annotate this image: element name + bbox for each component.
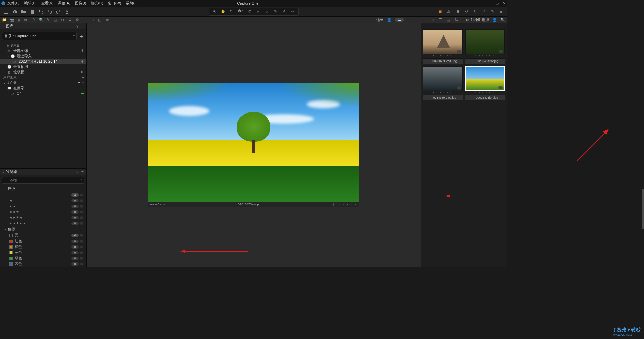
rating-filter-row[interactable]: ★★★0 — [0, 209, 86, 215]
rating-filter-row[interactable]: ★★★★★0 — [0, 220, 86, 226]
details-tab-icon[interactable]: 🔍 — [39, 18, 44, 22]
multiview-icon[interactable]: ▣ — [437, 9, 443, 14]
redo-icon[interactable] — [56, 9, 61, 14]
rotate-cw-icon[interactable]: ↻ — [472, 9, 478, 14]
tree-in-catalog[interactable]: 📖在目录 — [0, 85, 86, 91]
remove-collection-button[interactable]: − — [82, 75, 84, 80]
color-filter-row[interactable]: 橙色0 — [0, 244, 86, 250]
rating-filter-row[interactable]: 4 — [0, 192, 86, 198]
browser-grid-icon[interactable]: ⊞ — [431, 18, 435, 22]
close-button[interactable]: ✕ — [503, 1, 506, 6]
rating-toggle[interactable] — [80, 205, 83, 208]
thumb-rating-dots[interactable]: • • • • • • — [423, 91, 463, 95]
rating-toggle[interactable] — [80, 211, 83, 213]
export-icon[interactable]: ↗ — [481, 9, 486, 14]
catalog-add-button[interactable]: + — [79, 33, 84, 39]
rating-filter-row[interactable]: ★★★★0 — [0, 215, 86, 220]
exposure-tab-icon[interactable]: ⬠ — [32, 18, 36, 22]
spot-tool-icon[interactable]: ○ — [264, 9, 269, 14]
edit-ext-icon[interactable]: ✎ — [490, 9, 495, 14]
thumbnail[interactable]: • • • • • •09015473jon.jpg — [465, 66, 505, 100]
brush-tool-icon[interactable]: ✎ — [273, 9, 278, 14]
caption-color-tag[interactable] — [333, 203, 337, 206]
focus-icon[interactable]: ∞ — [498, 9, 504, 14]
rotate-ccw-icon[interactable]: ↺ — [464, 9, 469, 14]
filter-help-icon[interactable]: ? — [76, 170, 78, 174]
zoom-pill[interactable]: ▬ — [395, 18, 404, 22]
tree-recent-capture[interactable]: 🕘最近拍摄 — [0, 64, 86, 69]
library-tab-icon[interactable]: 📁 — [2, 18, 7, 22]
settings-tab-icon[interactable]: ⚙ — [76, 18, 80, 22]
color-group-header[interactable]: ⌄色标 — [0, 226, 86, 232]
batch-tab-icon[interactable]: ⚙ — [68, 18, 73, 22]
thumbnail[interactable]: • • • • • •0928548sjNV.jpg — [465, 29, 505, 64]
rating-filter-row[interactable]: ★0 — [0, 198, 86, 203]
main-image-preview[interactable] — [148, 83, 359, 202]
search-icon[interactable]: 🔍 — [500, 18, 505, 22]
color-filter-row[interactable]: 红色0 — [0, 238, 86, 244]
tree-folders-header[interactable]: ⌄文件夹+− — [0, 80, 86, 85]
crop-tool-icon[interactable]: �▯ — [238, 9, 243, 14]
tree-recent-import[interactable]: ⌄🕘最近导入 — [0, 53, 86, 59]
grid-icon[interactable]: ⊞ — [455, 9, 460, 14]
minimize-button[interactable]: — — [488, 1, 491, 6]
folder-open-icon[interactable] — [21, 9, 26, 14]
color-toggle[interactable] — [80, 246, 83, 248]
rotate-tool-icon[interactable]: ⟲ — [247, 9, 252, 14]
thumb-rating-dots[interactable]: • • • • • • — [465, 54, 505, 58]
menu-file[interactable]: 文件(F) — [7, 1, 19, 6]
catalog-selector[interactable]: 目录：Capture One — [2, 32, 77, 40]
menu-view[interactable]: 查看(V) — [41, 1, 54, 6]
warning-icon[interactable]: ⚠ — [446, 9, 451, 14]
rating-toggle[interactable] — [80, 222, 83, 225]
menu-adjust[interactable]: 调整(A) — [58, 1, 70, 6]
rating-toggle[interactable] — [80, 194, 83, 196]
color-toggle[interactable] — [80, 240, 83, 243]
rating-toggle[interactable] — [80, 216, 83, 219]
filter-panel-header[interactable]: ⌄ 过滤器 ? ⋯ — [0, 169, 86, 175]
view-split1-icon[interactable]: ◫ — [98, 18, 103, 22]
capture-tab-icon[interactable]: 📷 — [9, 18, 14, 22]
camera-icon[interactable] — [12, 9, 17, 14]
sort-icon[interactable]: ⇅ — [455, 18, 460, 22]
trash-icon[interactable] — [30, 9, 35, 14]
add-folder-button[interactable]: + — [78, 80, 80, 85]
thumbnail[interactable]: • • • • • •0934380lCzU.jpg — [423, 66, 463, 100]
library-panel-header[interactable]: ⌄ 图库 ? ⋯ — [0, 23, 86, 29]
panel-help-icon[interactable]: ? — [76, 24, 78, 28]
color-filter-row[interactable]: 绿色0 — [0, 255, 86, 261]
color-filter-row[interactable]: 黄色0 — [0, 250, 86, 255]
thumb-rating-dots[interactable]: • • • • • • — [465, 91, 505, 95]
person-icon[interactable]: 👤 — [387, 18, 392, 22]
gradient-tool-icon[interactable]: ✏ — [290, 9, 296, 14]
tree-collection-header[interactable]: ⌄目录集合 — [0, 43, 86, 48]
color-toggle[interactable] — [80, 257, 83, 260]
maximize-button[interactable]: ▭ — [495, 1, 499, 6]
rating-group-header[interactable]: ⌄评级 — [0, 186, 86, 192]
filter-search-input[interactable] — [2, 177, 84, 184]
menu-edit[interactable]: 编辑(E) — [24, 1, 37, 6]
remove-folder-button[interactable]: − — [82, 80, 84, 85]
tree-user-collections[interactable]: 用户汇集+− — [0, 75, 86, 80]
tree-import-session[interactable]: ▭2023年4月6日 10:25:144 — [0, 59, 86, 64]
undo-icon[interactable] — [38, 9, 44, 14]
eraser-tool-icon[interactable]: ✐ — [281, 9, 287, 14]
adjust-tab-icon[interactable]: ✎ — [46, 18, 51, 22]
browser-filmstrip-icon[interactable]: ▤ — [447, 18, 451, 22]
thumbnail[interactable]: • • • • • •0823077CAVE.jpg — [423, 29, 463, 64]
menu-camera[interactable]: 相机(C) — [91, 1, 103, 6]
output-tab-icon[interactable]: ⊙ — [61, 18, 66, 22]
thumb-rating-dots[interactable]: • • • • • • — [423, 54, 463, 58]
tree-drive-c[interactable]: ›▭C:\ — [0, 91, 86, 96]
import-icon[interactable] — [3, 9, 9, 14]
filter-menu-icon[interactable]: ⋯ — [80, 170, 84, 174]
lens-tab-icon[interactable]: ◎ — [17, 18, 21, 22]
color-toggle[interactable] — [80, 263, 83, 265]
rating-filter-row[interactable]: ★★0 — [0, 203, 86, 209]
person2-icon[interactable]: 👤 — [492, 18, 497, 22]
metadata-tab-icon[interactable]: ▤ — [54, 18, 58, 22]
color-toggle[interactable] — [80, 234, 83, 237]
caption-rating-dots[interactable]: • • • • • — [339, 203, 357, 206]
panel-menu-icon[interactable]: ⋯ — [80, 24, 84, 28]
thumb-color-tag[interactable] — [423, 59, 427, 64]
